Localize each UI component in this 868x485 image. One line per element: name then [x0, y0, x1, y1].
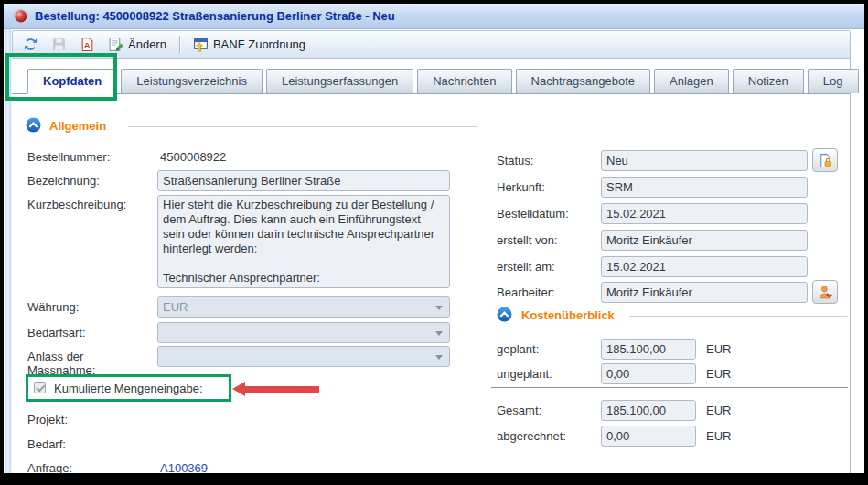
- bestelldatum-input[interactable]: [601, 203, 808, 224]
- herkunft-label: Herkunft:: [497, 180, 545, 194]
- bestellnummer-label: Bestellnummer:: [27, 150, 110, 164]
- section-divider: [629, 316, 847, 317]
- anfrage-link[interactable]: A100369: [160, 461, 208, 473]
- banf-button-label: BANF Zuordnung: [213, 38, 305, 51]
- window-left-frame: [4, 29, 12, 473]
- ungeplant-label: ungeplant:: [497, 367, 552, 381]
- abgerechnet-input[interactable]: [601, 426, 696, 447]
- change-bearbeiter-button[interactable]: [812, 280, 838, 304]
- chevron-down-icon: [435, 331, 443, 336]
- section-divider: [128, 126, 477, 127]
- arrow-head: [232, 382, 245, 396]
- status-label: Status:: [497, 154, 533, 167]
- save-icon: [51, 37, 67, 52]
- app-window: Bestellung: 4500008922 Straßensanierung …: [4, 4, 864, 473]
- bezeichnung-input[interactable]: [157, 170, 450, 191]
- herkunft-input[interactable]: [601, 177, 808, 198]
- bedarfsart-dropdown[interactable]: [157, 322, 450, 343]
- chevron-down-icon: [435, 306, 443, 310]
- tab-anlagen[interactable]: Anlagen: [654, 69, 729, 93]
- anfrage-label: Anfrage:: [27, 461, 72, 473]
- tab-kopfdaten[interactable]: Kopfdaten: [27, 69, 117, 94]
- bestellnummer-value: 4500008922: [160, 150, 226, 164]
- save-button[interactable]: [47, 34, 71, 56]
- banf-icon: [193, 37, 209, 52]
- ungeplant-currency: EUR: [706, 367, 731, 381]
- gesamt-label: Gesamt:: [497, 404, 541, 417]
- edit-icon: [108, 37, 123, 52]
- refresh-icon: [23, 37, 38, 52]
- section-title-allgemein: Allgemein: [49, 119, 106, 133]
- app-icon: [13, 8, 28, 24]
- kurzbeschreibung-textarea[interactable]: Hier steht die Kurzbeschreibung zu der B…: [157, 195, 450, 288]
- bedarfsart-label: Bedarfsart:: [27, 326, 86, 340]
- anlass-dropdown[interactable]: [157, 346, 450, 367]
- abgerechnet-currency: EUR: [706, 429, 731, 443]
- kumulierte-mengeneingabe-checkbox[interactable]: [34, 382, 46, 393]
- kurzbeschreibung-label: Kurzbeschreibung:: [27, 198, 126, 211]
- geplant-currency: EUR: [706, 342, 731, 356]
- toolbar: A Ändern BANF Zuordnung: [12, 30, 851, 59]
- aendern-button-label: Ändern: [128, 38, 166, 51]
- annotation-arrow: [232, 382, 319, 396]
- tab-bar: Kopfdaten Leistungsverzeichnis Leistungs…: [12, 69, 850, 94]
- window-title: Bestellung: 4500008922 Straßensanierung …: [35, 9, 395, 23]
- refresh-button[interactable]: [18, 34, 43, 56]
- abgerechnet-label: abgerechnet:: [497, 429, 566, 443]
- banf-zuordnung-button[interactable]: BANF Zuordnung: [188, 34, 310, 56]
- document-lock-icon: [818, 153, 833, 168]
- geplant-input[interactable]: [601, 339, 696, 360]
- toolbar-separator: [179, 36, 180, 54]
- bestelldatum-label: Bestelldatum:: [497, 207, 569, 221]
- section-title-kosten: Kostenüberblick: [521, 308, 615, 322]
- window-titlebar: Bestellung: 4500008922 Straßensanierung …: [4, 4, 864, 29]
- projekt-label: Projekt:: [27, 413, 68, 426]
- arrow-shaft: [244, 386, 319, 393]
- bezeichnung-label: Bezeichnung:: [27, 174, 100, 188]
- tab-nachtragsangebote[interactable]: Nachtragsangebote: [516, 69, 650, 93]
- ungeplant-input[interactable]: [601, 363, 696, 384]
- tab-nachrichten[interactable]: Nachrichten: [417, 69, 511, 93]
- status-history-button[interactable]: [812, 148, 838, 172]
- waehrung-dropdown[interactable]: EUR: [157, 296, 450, 318]
- annotation-box-checkbox: Kumulierte Mengeneingabe:: [26, 374, 231, 402]
- svg-text:A: A: [84, 40, 91, 50]
- bedarf-label: Bedarf:: [27, 437, 66, 451]
- status-input[interactable]: [601, 150, 808, 171]
- chevron-down-icon: [435, 355, 443, 360]
- collapse-section-icon[interactable]: [497, 307, 512, 322]
- geplant-label: geplant:: [497, 342, 539, 356]
- kumulierte-mengeneingabe-label: Kumulierte Mengeneingabe:: [54, 382, 203, 395]
- erstellt-am-label: erstellt am:: [497, 260, 555, 274]
- erstellt-von-input[interactable]: [601, 230, 808, 251]
- gesamt-input[interactable]: [601, 400, 696, 421]
- pdf-icon: A: [80, 37, 95, 52]
- gesamt-currency: EUR: [706, 404, 731, 417]
- tab-log[interactable]: Log: [808, 69, 859, 93]
- erstellt-am-input[interactable]: [601, 256, 808, 277]
- erstellt-von-label: erstellt von:: [497, 233, 557, 247]
- bearbeiter-input[interactable]: [601, 282, 808, 303]
- aendern-button[interactable]: Ändern: [103, 34, 171, 56]
- tab-leistungsverzeichnis[interactable]: Leistungsverzeichnis: [121, 69, 263, 93]
- totals-divider: [491, 387, 848, 388]
- content-right-border: [850, 55, 851, 473]
- collapse-section-icon[interactable]: [26, 117, 41, 133]
- waehrung-label: Währung:: [27, 300, 79, 314]
- anlass-label: Anlass der Massnahme:: [27, 350, 95, 377]
- waehrung-value: EUR: [163, 300, 188, 314]
- bearbeiter-label: Bearbeiter:: [497, 286, 555, 299]
- tab-notizen[interactable]: Notizen: [733, 69, 804, 93]
- tab-leistungserfassungen[interactable]: Leistungserfassungen: [266, 69, 413, 93]
- person-edit-icon: [818, 285, 833, 300]
- pdf-export-button[interactable]: A: [75, 34, 100, 56]
